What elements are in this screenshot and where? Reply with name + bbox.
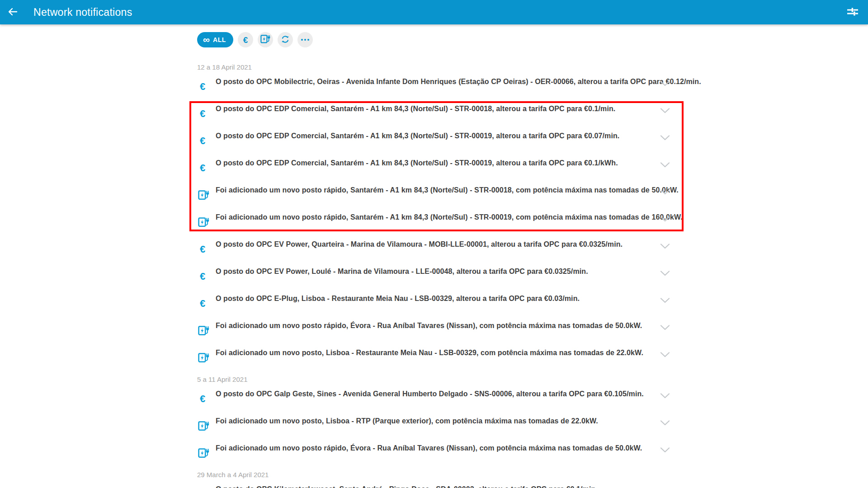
chevron-down-icon[interactable] <box>660 161 670 167</box>
notification-text: O posto do OPC Mobilectric, Oeiras - Ave… <box>197 71 684 86</box>
filter-refresh-chip[interactable] <box>278 32 293 47</box>
notification-text: Foi adicionado um novo posto rápido, San… <box>197 179 684 194</box>
notification-text: O posto do OPC EDP Comercial, Santarém -… <box>197 125 684 140</box>
section-rows: € O posto do OPC Galp Geste, Sines - Ave… <box>197 383 684 465</box>
chevron-down-icon[interactable] <box>660 297 670 302</box>
notification-text: O posto do OPC EV Power, Quarteira - Mar… <box>197 234 684 249</box>
back-button[interactable] <box>4 3 22 21</box>
notification-list: 12 a 18 April 2021 € O posto do OPC Mobi… <box>197 64 684 488</box>
euro-icon: € <box>200 163 205 173</box>
notification-text: O posto do OPC EDP Comercial, Santarém -… <box>197 152 684 167</box>
euro-icon: € <box>243 36 248 44</box>
filter-charger-chip[interactable] <box>258 32 273 47</box>
date-header: 29 March a 4 April 2021 <box>197 471 684 479</box>
section-rows: € O posto do OPC Kilometerlowcost, Santo… <box>197 479 684 488</box>
refresh-icon <box>281 35 290 45</box>
notification-row[interactable]: € Foi adicionado um novo posto rápido, É… <box>197 315 684 342</box>
notification-row[interactable]: € Foi adicionado um novo posto rápido, É… <box>197 437 684 465</box>
charging-station-icon <box>198 325 209 339</box>
filter-chips-row: ∞ ALL € <box>197 32 684 47</box>
notification-text: Foi adicionado um novo posto, Lisboa - R… <box>197 342 684 357</box>
charging-station-icon <box>260 34 270 46</box>
chevron-down-icon[interactable] <box>660 446 670 452</box>
chevron-down-icon[interactable] <box>660 188 670 194</box>
chevron-down-icon[interactable] <box>660 270 670 275</box>
more-dots-icon <box>301 39 309 41</box>
chevron-down-icon[interactable] <box>660 324 670 329</box>
chevron-down-icon[interactable] <box>660 419 670 425</box>
chevron-down-icon[interactable] <box>660 107 670 113</box>
infinity-icon: ∞ <box>203 35 210 44</box>
charging-station-icon <box>198 420 209 434</box>
notification-text: O posto do OPC E-Plug, Lisboa - Restaura… <box>197 288 684 303</box>
chevron-down-icon[interactable] <box>660 80 670 85</box>
chevron-down-icon[interactable] <box>660 134 670 140</box>
notification-text: Foi adicionado um novo posto rápido, Évo… <box>197 315 684 330</box>
charging-station-icon <box>198 189 209 203</box>
euro-icon: € <box>200 394 205 404</box>
notifications-content: ∞ ALL € <box>197 24 684 488</box>
filter-settings-button[interactable] <box>844 3 862 21</box>
euro-icon: € <box>200 299 205 309</box>
charging-station-icon <box>198 352 209 366</box>
tune-sliders-icon <box>847 7 858 18</box>
notification-row[interactable]: € Foi adicionado um novo posto rápido, S… <box>197 206 684 234</box>
euro-icon: € <box>200 109 205 119</box>
filter-tariff-chip[interactable]: € <box>238 32 253 47</box>
euro-icon: € <box>200 82 205 92</box>
euro-icon: € <box>200 272 205 282</box>
notification-row[interactable]: € O posto do OPC EDP Comercial, Santarém… <box>197 98 684 125</box>
date-header: 12 a 18 April 2021 <box>197 64 684 71</box>
notification-row[interactable]: € O posto do OPC EDP Comercial, Santarém… <box>197 125 684 152</box>
notification-section: 5 a 11 April 2021 € O posto do OPC Galp … <box>197 376 684 465</box>
notification-row[interactable]: € Foi adicionado um novo posto, Lisboa -… <box>197 342 684 369</box>
notification-row[interactable]: € O posto do OPC Galp Geste, Sines - Ave… <box>197 383 684 410</box>
filter-all-chip[interactable]: ∞ ALL <box>197 32 233 47</box>
filter-all-label: ALL <box>213 36 226 43</box>
notification-row[interactable]: € O posto do OPC Mobilectric, Oeiras - A… <box>197 71 684 98</box>
euro-icon: € <box>200 136 205 146</box>
notification-row[interactable]: € O posto do OPC EV Power, Loulé - Marin… <box>197 261 684 288</box>
notification-text: Foi adicionado um novo posto rápido, Évo… <box>197 437 684 452</box>
chevron-down-icon[interactable] <box>660 351 670 357</box>
euro-icon: € <box>200 244 205 254</box>
charging-station-icon <box>198 447 209 461</box>
notification-row[interactable]: € O posto do OPC EV Power, Quarteira - M… <box>197 234 684 261</box>
notification-text: Foi adicionado um novo posto rápido, San… <box>197 206 684 221</box>
app-header: Network notifications <box>0 0 868 24</box>
notification-text: O posto do OPC Galp Geste, Sines - Aveni… <box>197 383 684 398</box>
notification-row[interactable]: € Foi adicionado um novo posto rápido, S… <box>197 179 684 206</box>
notification-row[interactable]: € O posto do OPC Kilometerlowcost, Santo… <box>197 479 684 488</box>
chevron-down-icon[interactable] <box>660 392 670 398</box>
notification-row[interactable]: € O posto do OPC E-Plug, Lisboa - Restau… <box>197 288 684 315</box>
section-rows: € O posto do OPC Mobilectric, Oeiras - A… <box>197 71 684 369</box>
date-header: 5 a 11 April 2021 <box>197 376 684 383</box>
chevron-down-icon[interactable] <box>660 243 670 248</box>
notification-row[interactable]: € Foi adicionado um novo posto, Lisboa -… <box>197 410 684 437</box>
filter-more-chip[interactable] <box>297 32 313 47</box>
notification-text: O posto do OPC EV Power, Loulé - Marina … <box>197 261 684 276</box>
notification-text: O posto do OPC Kilometerlowcost, Santo A… <box>197 479 684 488</box>
page-title: Network notifications <box>33 6 132 19</box>
notification-text: O posto do OPC EDP Comercial, Santarém -… <box>197 98 684 113</box>
notification-section: 12 a 18 April 2021 € O posto do OPC Mobi… <box>197 64 684 369</box>
chevron-down-icon[interactable] <box>660 216 670 221</box>
notification-text: Foi adicionado um novo posto, Lisboa - R… <box>197 410 684 425</box>
charging-station-icon <box>198 216 209 230</box>
back-arrow-icon <box>7 6 18 19</box>
notification-row[interactable]: € O posto do OPC EDP Comercial, Santarém… <box>197 152 684 179</box>
notification-section: 29 March a 4 April 2021 € O posto do OPC… <box>197 471 684 488</box>
